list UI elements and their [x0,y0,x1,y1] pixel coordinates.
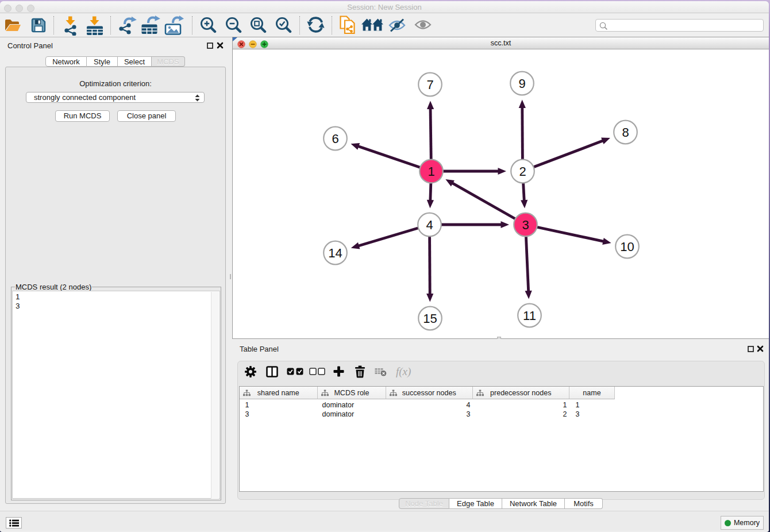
svg-text:4: 4 [426,218,433,232]
svg-text:2: 2 [519,164,526,179]
svg-text:9: 9 [518,76,525,91]
svg-text:1: 1 [428,164,434,179]
svg-text:15: 15 [423,311,437,326]
svg-text:6: 6 [332,132,338,146]
svg-text:8: 8 [622,125,629,140]
svg-text:3: 3 [522,218,529,232]
svg-text:7: 7 [426,78,433,92]
svg-text:10: 10 [620,240,634,254]
svg-text:14: 14 [328,246,342,260]
svg-text:11: 11 [523,309,536,323]
